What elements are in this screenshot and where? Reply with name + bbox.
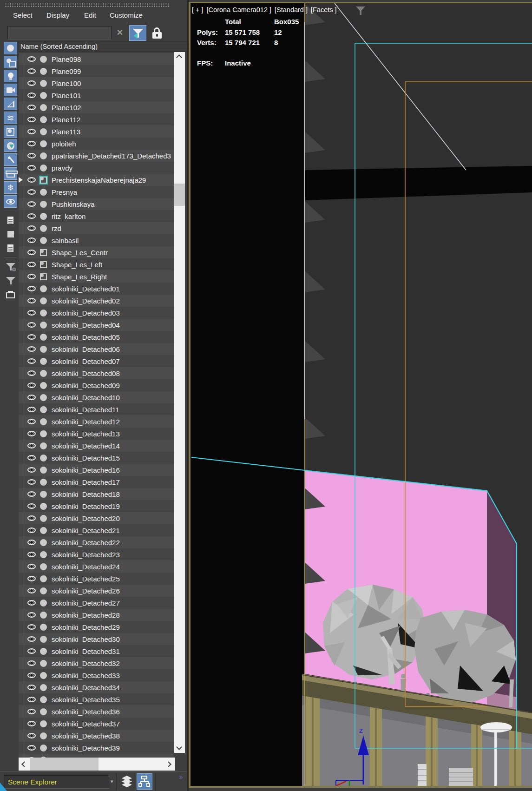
display-xrefs-button[interactable] xyxy=(4,167,17,180)
object-node-icon[interactable] xyxy=(40,370,47,377)
object-node-icon[interactable] xyxy=(40,430,47,437)
display-bones-button[interactable] xyxy=(4,153,17,166)
list-item[interactable]: sokolniki_Detached12 xyxy=(19,415,174,428)
object-node-icon[interactable] xyxy=(40,165,47,171)
scroll-left-button[interactable] xyxy=(19,759,29,769)
display-cameras-button[interactable] xyxy=(4,84,17,96)
list-item[interactable]: sokolniki_Detached10 xyxy=(19,391,174,403)
display-containers-button[interactable] xyxy=(4,139,17,152)
visibility-eye-icon[interactable] xyxy=(27,419,36,424)
list-item[interactable]: sokolniki_Detached01 xyxy=(19,283,174,295)
clear-search-button[interactable]: × xyxy=(114,27,125,39)
visibility-eye-icon[interactable] xyxy=(27,648,36,654)
visibility-eye-icon[interactable] xyxy=(27,515,36,521)
filter-button[interactable] xyxy=(4,274,17,287)
visibility-eye-icon[interactable] xyxy=(27,709,36,714)
object-node-icon[interactable] xyxy=(40,732,47,739)
footer-overflow-chevron[interactable]: » xyxy=(179,773,183,781)
list-item[interactable]: sokolniki_Detached18 xyxy=(19,488,174,500)
list-item[interactable]: sokolniki_Detached37 xyxy=(19,718,174,730)
object-node-icon[interactable] xyxy=(40,346,47,353)
object-node-icon[interactable] xyxy=(40,467,47,474)
visibility-eye-icon[interactable] xyxy=(27,105,36,110)
filter-button[interactable] xyxy=(129,25,146,41)
list-item[interactable]: sokolniki_Detached38 xyxy=(19,730,174,742)
visibility-eye-icon[interactable] xyxy=(27,165,36,171)
visibility-eye-icon[interactable] xyxy=(27,322,36,328)
visibility-eye-icon[interactable] xyxy=(27,527,36,533)
list-item[interactable]: sokolniki_Detached32 xyxy=(19,657,174,669)
list-item[interactable]: PrechistenskajaNaberejnaja29 xyxy=(19,174,174,186)
visibility-eye-icon[interactable] xyxy=(27,407,36,412)
object-node-icon[interactable] xyxy=(40,745,47,751)
visibility-eye-icon[interactable] xyxy=(27,68,36,74)
list-item[interactable]: sokolniki_Detached29 xyxy=(19,621,174,633)
visibility-eye-icon[interactable] xyxy=(27,141,36,146)
list-item[interactable]: sokolniki_Detached08 xyxy=(19,367,174,379)
object-node-icon[interactable] xyxy=(40,539,47,546)
object-node-icon[interactable] xyxy=(40,116,47,123)
visibility-eye-icon[interactable] xyxy=(27,370,36,376)
object-node-icon[interactable] xyxy=(40,56,47,63)
list-item[interactable]: sokolniki_Detached06 xyxy=(19,343,174,355)
visibility-eye-icon[interactable] xyxy=(27,576,36,581)
group-node-icon[interactable] xyxy=(40,177,47,184)
list-item[interactable]: sokolniki_Detached21 xyxy=(19,524,174,536)
list-item[interactable]: sokolniki_Detached27 xyxy=(19,597,174,609)
list-item[interactable]: Shape_Les_Centr xyxy=(19,246,174,258)
list-item[interactable]: sokolniki_Detached36 xyxy=(19,705,174,718)
object-node-icon[interactable] xyxy=(40,104,47,111)
list-item[interactable]: sokolniki_Detached14 xyxy=(19,440,174,452)
list-item[interactable]: sokolniki_Detached23 xyxy=(19,548,174,560)
visibility-eye-icon[interactable] xyxy=(27,491,36,497)
menu-display[interactable]: Display xyxy=(46,11,69,19)
visibility-eye-icon[interactable] xyxy=(27,201,36,207)
expand-arrow-icon[interactable] xyxy=(19,177,23,183)
object-node-icon[interactable] xyxy=(40,696,47,703)
object-node-icon[interactable] xyxy=(40,624,47,631)
visibility-eye-icon[interactable] xyxy=(27,624,36,630)
list-item[interactable]: Shape_Les_Left xyxy=(19,258,174,270)
object-node-icon[interactable] xyxy=(40,455,47,461)
list-item[interactable]: Presnya xyxy=(19,186,174,198)
visibility-eye-icon[interactable] xyxy=(27,745,36,751)
visibility-eye-icon[interactable] xyxy=(27,346,36,352)
select-none-button[interactable] xyxy=(4,228,17,240)
list-item[interactable]: sokolniki_Detached11 xyxy=(19,403,174,415)
viewport-camera-menu[interactable]: [Corona Camera012 ] xyxy=(207,6,271,13)
object-node-icon[interactable] xyxy=(40,708,47,715)
visibility-eye-icon[interactable] xyxy=(27,358,36,364)
object-node-icon[interactable] xyxy=(40,92,47,99)
object-node-icon[interactable] xyxy=(40,684,47,691)
viewport-shading-menu[interactable]: [Standard ] xyxy=(275,6,308,13)
display-groups-button[interactable] xyxy=(4,125,17,138)
list-item[interactable]: Plane113 xyxy=(19,125,174,138)
list-item[interactable]: Plane098 xyxy=(19,53,174,65)
list-item[interactable]: sokolniki_Detached04 xyxy=(19,319,174,331)
hierarchy-mode-button[interactable] xyxy=(137,773,152,790)
object-node-icon[interactable] xyxy=(40,285,47,292)
visibility-eye-icon[interactable] xyxy=(27,612,36,618)
visibility-eye-icon[interactable] xyxy=(27,455,36,461)
visibility-eye-icon[interactable] xyxy=(27,672,36,678)
visibility-eye-icon[interactable] xyxy=(27,733,36,738)
list-item[interactable]: rzd xyxy=(19,222,174,234)
list-item[interactable]: Plane112 xyxy=(19,113,174,125)
visibility-eye-icon[interactable] xyxy=(27,274,36,279)
list-item[interactable]: sokolniki_Detached07 xyxy=(19,355,174,367)
list-item[interactable]: pravdy xyxy=(19,162,174,174)
list-item[interactable]: sokolniki_Detached20 xyxy=(19,512,174,524)
object-node-icon[interactable] xyxy=(40,358,47,365)
list-item[interactable]: sokolniki_Detached02 xyxy=(19,295,174,307)
collapse-all-button[interactable] xyxy=(4,242,17,254)
visibility-eye-icon[interactable] xyxy=(27,636,36,642)
object-node-icon[interactable] xyxy=(40,152,47,159)
vertical-scroll-thumb[interactable] xyxy=(174,184,185,206)
viewport-style-menu[interactable]: [Facets ] xyxy=(311,6,337,13)
object-node-icon[interactable] xyxy=(40,334,47,341)
list-item[interactable]: sokolniki_Detached40 xyxy=(19,754,174,758)
list-item[interactable]: sokolniki_Detached26 xyxy=(19,585,174,597)
object-node-icon[interactable] xyxy=(40,600,47,606)
object-node-icon[interactable] xyxy=(40,612,47,619)
pick-container-button[interactable] xyxy=(4,288,17,301)
